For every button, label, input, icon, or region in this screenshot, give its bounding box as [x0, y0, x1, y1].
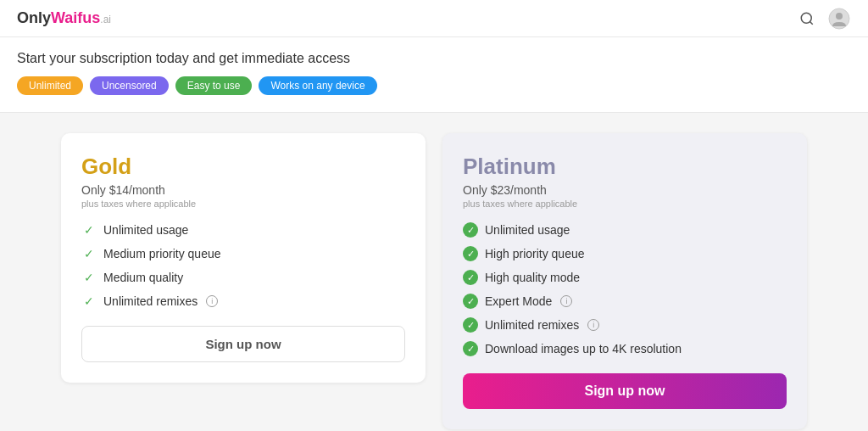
gold-feature-label-3: Medium quality: [103, 271, 183, 284]
gold-features-list: ✓ Unlimited usage ✓ Medium priority queu…: [81, 222, 405, 309]
check-icon: ✓: [463, 270, 478, 285]
gold-feature-4: ✓ Unlimited remixes i: [81, 294, 405, 309]
svg-line-1: [810, 21, 812, 24]
check-icon: ✓: [463, 222, 478, 238]
svg-point-3: [836, 13, 843, 20]
check-icon: ✓: [81, 222, 97, 238]
svg-point-0: [801, 13, 811, 23]
gold-plan-card: Gold Only $14/month plus taxes where app…: [61, 133, 426, 383]
logo: OnlyWaifus.ai: [17, 9, 111, 27]
info-icon[interactable]: i: [206, 295, 218, 307]
platinum-plan-card: Platinum Only $23/month plus taxes where…: [442, 133, 807, 429]
info-icon[interactable]: i: [587, 319, 599, 331]
badge-uncensored: Uncensored: [90, 76, 169, 95]
badge-works: Works on any device: [259, 76, 376, 95]
info-icon[interactable]: i: [560, 295, 572, 307]
platinum-feature-label-6: Download images up to 4K resolution: [485, 342, 682, 355]
platinum-features-list: ✓ Unlimited usage ✓ High priority queue …: [463, 222, 787, 356]
check-icon: ✓: [81, 294, 97, 309]
gold-feature-2: ✓ Medium priority queue: [81, 246, 405, 261]
banner-title: Start your subscription today and get im…: [17, 51, 851, 66]
gold-feature-1: ✓ Unlimited usage: [81, 222, 405, 238]
gold-plan-price: Only $14/month: [81, 183, 405, 197]
gold-feature-3: ✓ Medium quality: [81, 270, 405, 285]
user-avatar-icon[interactable]: [827, 7, 851, 31]
badge-unlimited: Unlimited: [17, 76, 83, 95]
main-content: Gold Only $14/month plus taxes where app…: [0, 113, 868, 431]
gold-feature-label-2: Medium priority queue: [103, 247, 221, 260]
header: OnlyWaifus.ai: [0, 0, 868, 37]
badges: Unlimited Uncensored Easy to use Works o…: [17, 76, 851, 95]
platinum-feature-4: ✓ Expert Mode i: [463, 294, 787, 309]
platinum-feature-5: ✓ Unlimited remixes i: [463, 317, 787, 333]
platinum-feature-label-5: Unlimited remixes: [485, 318, 579, 332]
platinum-plan-price: Only $23/month: [463, 183, 787, 197]
platinum-feature-1: ✓ Unlimited usage: [463, 222, 787, 238]
check-icon: ✓: [463, 317, 478, 333]
header-icons: [795, 7, 851, 31]
logo-waifus: Waifus: [51, 9, 100, 26]
platinum-feature-label-1: Unlimited usage: [485, 223, 570, 237]
check-icon: ✓: [81, 270, 97, 285]
platinum-feature-label-4: Expert Mode: [485, 294, 552, 308]
platinum-plan-name: Platinum: [463, 154, 787, 180]
gold-signup-button[interactable]: Sign up now: [81, 326, 405, 362]
logo-ai: .ai: [100, 14, 111, 25]
platinum-feature-label-2: High priority queue: [485, 247, 585, 260]
search-icon[interactable]: [795, 7, 819, 31]
platinum-feature-2: ✓ High priority queue: [463, 246, 787, 261]
gold-plan-price-sub: plus taxes where applicable: [81, 199, 405, 209]
gold-feature-label-4: Unlimited remixes: [103, 294, 198, 308]
check-icon: ✓: [463, 246, 478, 261]
logo-only: Only: [17, 9, 51, 26]
platinum-feature-label-3: High quality mode: [485, 271, 580, 284]
banner: Start your subscription today and get im…: [0, 37, 868, 113]
gold-plan-name: Gold: [81, 154, 405, 180]
platinum-signup-button[interactable]: Sign up now: [463, 373, 787, 409]
check-icon: ✓: [463, 294, 478, 309]
badge-easy: Easy to use: [175, 76, 253, 95]
platinum-feature-3: ✓ High quality mode: [463, 270, 787, 285]
gold-feature-label-1: Unlimited usage: [103, 223, 188, 237]
check-icon: ✓: [81, 246, 97, 261]
check-icon: ✓: [463, 341, 478, 356]
platinum-feature-6: ✓ Download images up to 4K resolution: [463, 341, 787, 356]
platinum-plan-price-sub: plus taxes where applicable: [463, 199, 787, 209]
